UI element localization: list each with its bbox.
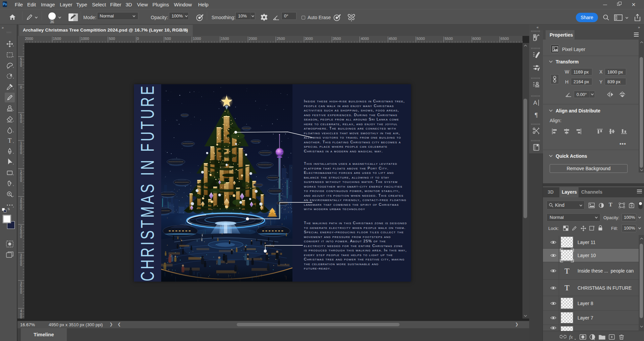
svg-text:A: A (533, 100, 537, 106)
svg-text:¶: ¶ (535, 111, 538, 118)
svg-text:fx: fx (569, 334, 573, 340)
svg-text:T: T (8, 137, 12, 144)
